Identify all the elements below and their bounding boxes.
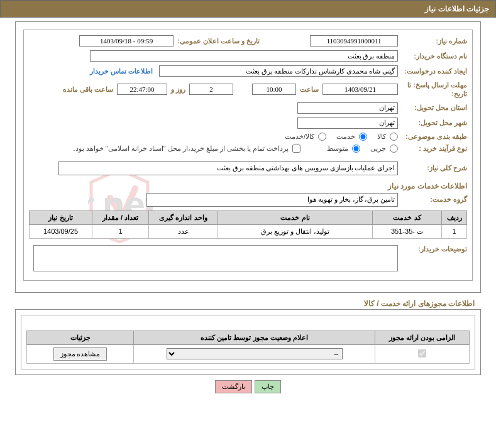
cell-details: مشاهده مجوز [27, 344, 134, 363]
cell-row: 1 [442, 224, 467, 238]
col-name: نام خدمت [218, 210, 373, 224]
print-button[interactable]: چاپ [255, 380, 281, 393]
license-section-title: اطلاعات مجوزهای ارائه خدمت / کالا [0, 297, 481, 308]
radio-partial[interactable] [390, 145, 398, 153]
license-panel: الزامی بودن ارائه مجوز اعلام وضعیت مجوز … [15, 309, 481, 375]
buyer-org-input[interactable] [90, 50, 398, 62]
radio-service[interactable] [359, 133, 367, 141]
announce-datetime-input[interactable] [79, 35, 174, 46]
view-license-button[interactable]: مشاهده مجوز [53, 347, 107, 361]
buyer-notes-textarea[interactable] [33, 245, 398, 271]
deadline-date-input[interactable] [322, 84, 398, 95]
radio-goods[interactable] [390, 133, 398, 141]
radio-goods-service-label: کالا/خدمت [285, 133, 314, 141]
payment-note: پرداخت تمام یا بخشی از مبلغ خرید،از محل … [73, 145, 289, 153]
back-button[interactable]: بازگشت [215, 380, 252, 393]
days-and-label: روز و [171, 85, 185, 94]
main-panel: AriaTender.net شماره نیاز: تاریخ و ساعت … [15, 21, 481, 293]
cell-mandatory [375, 344, 470, 363]
cell-status: -- [134, 344, 375, 363]
remaining-suffix-label: ساعت باقی مانده [63, 85, 113, 94]
city-label: شهر محل تحویل: [398, 119, 467, 127]
category-label: طبقه بندی موضوعی: [398, 133, 467, 141]
col-details: جزئیات [27, 331, 134, 344]
services-table: ردیف کد خدمت نام خدمت واحد اندازه گیری ت… [29, 210, 467, 239]
page-title: جزئیات اطلاعات نیاز [425, 4, 489, 13]
treasury-checkbox[interactable] [292, 145, 300, 153]
mandatory-checkbox [418, 349, 426, 358]
col-row: ردیف [442, 210, 467, 224]
need-number-input[interactable] [310, 35, 398, 46]
radio-medium-label: متوسط [327, 145, 348, 153]
services-section-title: اطلاعات خدمات مورد نیاز [29, 182, 467, 190]
deadline-time-input[interactable] [252, 84, 296, 95]
radio-partial-label: جزیی [370, 145, 386, 153]
requester-input[interactable] [159, 65, 398, 77]
time-label: ساعت [300, 85, 319, 94]
license-status-select[interactable]: -- [167, 348, 343, 359]
need-number-label: شماره نیاز: [398, 37, 467, 45]
summary-label: شرح کلی نیاز: [398, 164, 467, 172]
page-header: جزئیات اطلاعات نیاز [0, 0, 496, 18]
deadline-label: مهلت ارسال پاسخ: تا تاریخ: [398, 80, 467, 99]
buyer-org-label: نام دستگاه خریدار: [398, 52, 467, 60]
days-remaining-input[interactable] [189, 84, 233, 95]
city-input[interactable] [297, 117, 398, 129]
col-code: کد خدمت [373, 210, 442, 224]
cell-qty: 1 [92, 224, 149, 238]
announce-label: تاریخ و ساعت اعلان عمومی: [177, 37, 260, 45]
radio-service-label: خدمت [336, 133, 355, 141]
license-table: الزامی بودن ارائه مجوز اعلام وضعیت مجوز … [26, 331, 470, 364]
process-label: نوع فرآیند خرید : [398, 145, 467, 153]
radio-goods-label: کالا [377, 133, 386, 141]
requester-label: ایجاد کننده درخواست: [398, 67, 467, 75]
cell-date: 1403/09/25 [30, 224, 92, 238]
time-remaining-input[interactable] [117, 84, 167, 95]
table-row[interactable]: 1 ت -35-351 تولید، انتقال و توزیع برق عد… [30, 224, 467, 238]
col-mandatory: الزامی بودن ارائه مجوز [375, 331, 470, 344]
service-group-input[interactable] [146, 193, 398, 207]
cell-code: ت -35-351 [373, 224, 442, 238]
footer-buttons: چاپ بازگشت [0, 380, 496, 393]
buyer-notes-label: توضیحات خریدار: [398, 245, 467, 253]
license-inner: الزامی بودن ارائه مجوز اعلام وضعیت مجوز … [21, 315, 475, 369]
need-fieldset: شماره نیاز: تاریخ و ساعت اعلان عمومی: نا… [23, 30, 473, 281]
col-unit: واحد اندازه گیری [149, 210, 218, 224]
radio-goods-service[interactable] [318, 133, 326, 141]
cell-name: تولید، انتقال و توزیع برق [218, 224, 373, 238]
buyer-contact-link[interactable]: اطلاعات تماس خریدار [90, 67, 153, 75]
service-group-label: گروه خدمت: [398, 195, 467, 204]
radio-medium[interactable] [352, 145, 360, 153]
col-date: تاریخ نیاز [30, 210, 92, 224]
col-qty: تعداد / مقدار [92, 210, 149, 224]
cell-unit: عدد [149, 224, 218, 238]
province-input[interactable] [297, 102, 398, 114]
summary-input[interactable] [58, 161, 398, 175]
license-row: -- مشاهده مجوز [27, 344, 470, 363]
col-status: اعلام وضعیت مجوز توسط تامین کننده [134, 331, 375, 344]
province-label: استان محل تحویل: [398, 104, 467, 112]
